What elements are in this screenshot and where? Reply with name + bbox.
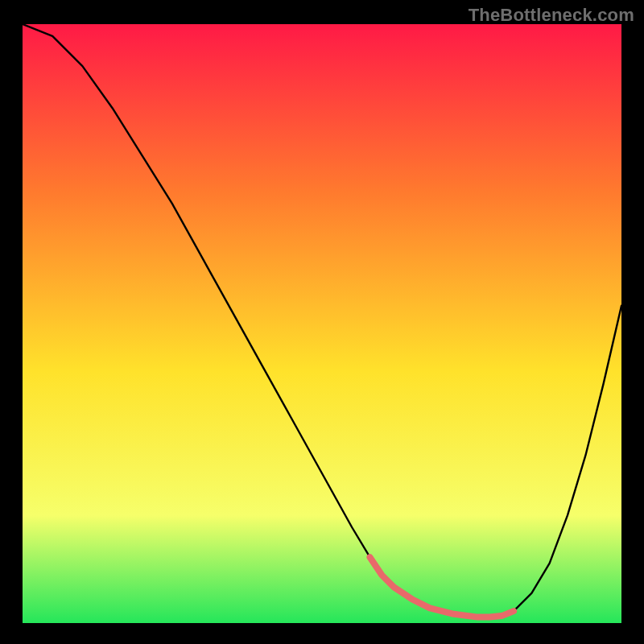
chart-stage: TheBottleneck.com xyxy=(0,0,644,644)
plot-area xyxy=(23,24,621,623)
gradient-background xyxy=(23,24,621,623)
watermark-text: TheBottleneck.com xyxy=(469,5,634,26)
plot-svg xyxy=(23,24,621,623)
